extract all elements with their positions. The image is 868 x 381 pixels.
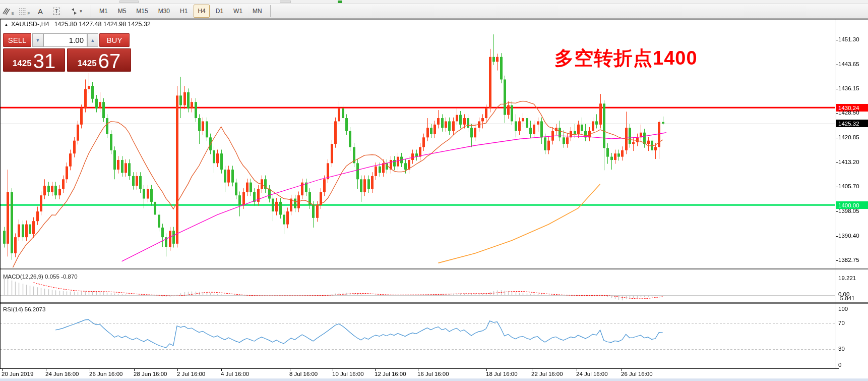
arrows-icon — [70, 8, 78, 15]
top-strip-mark — [119, 1, 139, 3]
rsi-axis-label: 0 — [838, 362, 841, 368]
date-axis-label: 8 Jul 16:00 — [289, 371, 318, 377]
chart-annotation-text: 多空转折点1400 — [554, 45, 698, 71]
rsi-name: RSI(14) — [3, 306, 23, 312]
text-label-icon[interactable]: A — [33, 5, 47, 18]
one-click-trading-panel: SELL ▼ 1.00 ▲ BUY 1425 31 1425 67 — [3, 33, 132, 72]
buy-button[interactable]: BUY — [99, 33, 130, 47]
sell-price-main: 1425 — [13, 59, 32, 69]
date-axis-label: 2 Jul 16:00 — [177, 371, 205, 377]
price-axis-label: 1420.85 — [838, 134, 859, 140]
ohlc-values: 1425.80 1427.48 1424.98 1425.32 — [54, 21, 151, 28]
tf-m30[interactable]: M30 — [154, 5, 174, 18]
toolbar: E F A T ▾ M1 M5 M15 M30 H1 H4 D1 W1 — [0, 0, 868, 19]
icon-sub-e: E — [12, 11, 14, 16]
grid-icon — [19, 8, 27, 15]
tf-m5[interactable]: M5 — [114, 5, 131, 18]
buy-price-pips: 67 — [98, 50, 121, 72]
toolbar-separator — [91, 5, 91, 17]
mt4-terminal: E F A T ▾ M1 M5 M15 M30 H1 H4 D1 W1 — [0, 0, 868, 381]
date-axis-label: 24 Jul 16:00 — [576, 371, 608, 377]
date-axis-label: 22 Jul 16:00 — [531, 371, 563, 377]
volume-input[interactable]: 1.00 — [43, 33, 87, 47]
date-axis-label: 10 Jul 16:00 — [332, 371, 364, 377]
tf-h4-active[interactable]: H4 — [194, 5, 209, 18]
crosshair-draw-icon[interactable]: E — [1, 5, 15, 18]
chart-title: ▲XAUUSD-,H41425.80 1427.48 1424.98 1425.… — [4, 21, 151, 28]
tf-d1[interactable]: D1 — [212, 5, 227, 18]
sell-price-pips: 31 — [33, 50, 56, 72]
rsi-pane-label: RSI(14) 56.2073 — [3, 306, 45, 312]
buy-price-main: 1425 — [78, 59, 97, 69]
sell-price-panel[interactable]: 1425 31 — [3, 48, 65, 72]
tf-mn[interactable]: MN — [249, 5, 266, 18]
macd-name: MACD(12,26,9) — [3, 274, 43, 280]
sell-button[interactable]: SELL — [3, 33, 31, 47]
price-axis-label: 1413.20 — [838, 159, 859, 165]
tf-m1[interactable]: M1 — [95, 5, 112, 18]
collapse-triangle-icon[interactable]: ▲ — [4, 22, 9, 27]
date-axis-label: 4 Jul 16:00 — [221, 371, 249, 377]
toolbar-separator — [270, 5, 271, 17]
macd-axis-label: -5.841 — [838, 295, 855, 301]
date-axis-label: 16 Jul 16:00 — [417, 371, 449, 377]
window-top-strip — [0, 0, 868, 4]
fibonacci-grid-icon[interactable]: F — [17, 5, 31, 18]
rsi-value: 56.2073 — [25, 306, 46, 312]
boxed-t-glyph: T — [53, 8, 60, 15]
price-axis-label: 1428.50 — [838, 110, 859, 116]
text-box-icon[interactable]: T — [49, 5, 64, 18]
price-axis-label: 1443.65 — [838, 61, 859, 67]
symbol-label: XAUUSD-,H4 — [11, 21, 49, 28]
date-axis-label: 18 Jul 16:00 — [486, 371, 518, 377]
price-axis-label: 1390.40 — [838, 233, 859, 239]
rsi-axis-label: 30 — [838, 346, 845, 352]
top-strip-green-mark — [338, 1, 342, 3]
price-chart-canvas[interactable] — [0, 19, 868, 381]
arrows-objects-dropdown[interactable]: ▾ — [66, 5, 87, 18]
chevron-down-icon: ▾ — [80, 9, 82, 14]
date-axis-label: 26 Jul 16:00 — [621, 371, 653, 377]
tf-h1[interactable]: H1 — [176, 5, 192, 18]
rsi-axis-label: 70 — [838, 320, 845, 326]
price-axis-label: 1382.75 — [838, 257, 859, 263]
pencil-lines-icon — [2, 7, 11, 15]
price-axis-label: 1398.05 — [838, 208, 859, 214]
volume-increase-button[interactable]: ▲ — [87, 33, 98, 47]
icon-sub-f: F — [28, 11, 30, 16]
bid-price-tag: 1425.32 — [836, 120, 868, 127]
rsi-axis-label: 100 — [838, 306, 848, 312]
macd-pane-label: MACD(12,26,9) 0.055 -0.870 — [3, 274, 78, 280]
date-axis-label: 28 Jun 16:00 — [134, 371, 167, 377]
date-axis-label: 12 Jul 16:00 — [375, 371, 406, 377]
price-axis-label: 1436.15 — [838, 85, 859, 91]
volume-decrease-button[interactable]: ▼ — [32, 33, 43, 47]
macd-values: 0.055 -0.870 — [45, 274, 78, 280]
price-axis-label: 1405.70 — [838, 183, 859, 189]
date-axis-label: 24 Jun 16:00 — [45, 371, 79, 377]
date-axis-label: 20 Jun 2019 — [2, 371, 33, 377]
price-axis-label: 1451.30 — [838, 36, 859, 42]
top-strip-mark — [280, 1, 291, 3]
date-axis-label: 26 Jun 16:00 — [89, 371, 123, 377]
tf-m15[interactable]: M15 — [132, 5, 152, 18]
macd-axis-label: 19.221 — [838, 275, 856, 281]
buy-price-panel[interactable]: 1425 67 — [67, 48, 131, 72]
tf-w1[interactable]: W1 — [229, 5, 246, 18]
